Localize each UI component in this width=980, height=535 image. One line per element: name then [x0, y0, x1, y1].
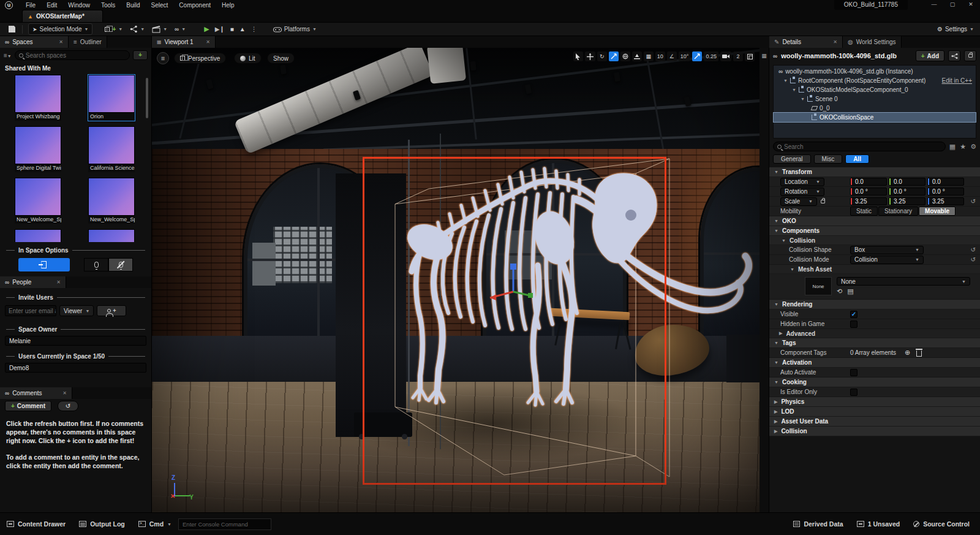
- reset-icon[interactable]: ↺: [971, 256, 976, 263]
- advanced-expander[interactable]: ▶Advanced: [769, 329, 980, 338]
- maximize-viewport-button[interactable]: [745, 51, 755, 61]
- console-command-input[interactable]: Enter Console Command: [178, 518, 271, 530]
- platforms-dropdown[interactable]: Platforms ▼: [270, 23, 320, 35]
- menu-build[interactable]: Build: [121, 2, 145, 9]
- menu-select[interactable]: Select: [146, 2, 174, 9]
- view-mode-dropdown[interactable]: Lit: [234, 53, 262, 64]
- scale-dropdown[interactable]: Scale▼: [780, 197, 817, 206]
- role-dropdown[interactable]: Viewer▼: [59, 305, 94, 316]
- browse-asset-icon[interactable]: ▤: [847, 287, 853, 295]
- category-physics[interactable]: ▶Physics: [769, 397, 980, 407]
- menu-window[interactable]: Window: [62, 2, 96, 9]
- close-icon[interactable]: ✕: [62, 390, 67, 396]
- close-icon[interactable]: ✕: [206, 39, 210, 45]
- menu-edit[interactable]: Edit: [41, 2, 62, 9]
- mesh-asset-dropdown[interactable]: None▼: [837, 277, 970, 286]
- mobility-stationary-button[interactable]: Stationary: [878, 207, 918, 216]
- expander-icon[interactable]: ▼: [801, 97, 805, 101]
- category-cooking[interactable]: ▼Cooking: [769, 378, 980, 387]
- move-tool-button[interactable]: [585, 51, 595, 61]
- tab-outliner[interactable]: ≡ Outliner: [69, 36, 107, 48]
- leave-space-button[interactable]: [18, 258, 70, 271]
- settings-dropdown[interactable]: ⚙ Settings ▼: [937, 26, 974, 32]
- perspective-dropdown[interactable]: Perspective: [174, 53, 226, 64]
- user-row[interactable]: Demo8: [5, 363, 146, 373]
- tab-world-settings[interactable]: ◍ World Settings: [843, 36, 902, 48]
- source-control-button[interactable]: Source Control: [907, 520, 976, 528]
- tab-spaces[interactable]: ∞ Spaces ✕: [0, 36, 69, 48]
- scale-tool-button[interactable]: [609, 51, 619, 61]
- selection-mode-dropdown[interactable]: ➤ Selection Mode ▼: [28, 23, 92, 35]
- collision-shape-dropdown[interactable]: Box▼: [850, 246, 924, 254]
- tree-row-mesh[interactable]: 0_0: [774, 104, 976, 113]
- space-tile[interactable]: [88, 229, 135, 242]
- mobility-movable-button[interactable]: Movable: [919, 207, 956, 216]
- category-asset-user-data[interactable]: ▶Asset User Data: [769, 417, 980, 427]
- show-dropdown[interactable]: Show: [267, 53, 295, 64]
- space-tile[interactable]: [15, 229, 61, 242]
- search-spaces-input[interactable]: Search spaces: [15, 50, 130, 60]
- level-tab[interactable]: ▲ OKOStarterMap*: [22, 10, 103, 22]
- scale-z-field[interactable]: 3.25: [927, 197, 964, 205]
- tab-viewport[interactable]: ▦ Viewport 1 ✕: [152, 36, 216, 48]
- filter-general-button[interactable]: General: [773, 154, 811, 164]
- mobility-static-button[interactable]: Static: [850, 207, 878, 216]
- category-oko[interactable]: ▼OKO: [769, 216, 980, 226]
- close-icon[interactable]: ✕: [56, 279, 61, 285]
- trash-icon[interactable]: [916, 351, 922, 357]
- scale-y-field[interactable]: 3.25: [889, 197, 925, 205]
- play-icon[interactable]: ▶: [204, 25, 209, 33]
- derived-data-button[interactable]: Derived Data: [786, 520, 850, 528]
- location-dropdown[interactable]: Location▼: [780, 178, 824, 186]
- frame-skip-icon[interactable]: ▶❙: [215, 26, 225, 32]
- location-y-field[interactable]: 0.0: [889, 178, 925, 186]
- tree-row-collision-space[interactable]: OKOCollisionSpace: [774, 113, 976, 122]
- category-tags[interactable]: ▼Tags: [769, 338, 980, 348]
- refresh-comments-button[interactable]: ↺: [58, 401, 78, 411]
- stop-icon[interactable]: ■: [230, 26, 234, 32]
- select-tool-button[interactable]: [573, 51, 583, 61]
- blueprints-dropdown[interactable]: ▼: [126, 23, 148, 35]
- rotation-dropdown[interactable]: Rotation▼: [780, 188, 824, 196]
- invite-user-button[interactable]: +: [97, 305, 126, 316]
- filter-misc-button[interactable]: Misc: [814, 154, 843, 164]
- category-components[interactable]: ▼Components: [769, 226, 980, 236]
- scale-snap-button[interactable]: [692, 51, 702, 61]
- tree-row-scene[interactable]: ▼ Scene 0: [774, 94, 976, 104]
- filter-icon[interactable]: ≡▼: [4, 52, 12, 59]
- output-log-button[interactable]: Output Log: [72, 520, 132, 528]
- unsaved-button[interactable]: 1 Unsaved: [850, 520, 907, 528]
- world-coordinate-button[interactable]: [620, 51, 630, 61]
- maximize-button[interactable]: ▢: [943, 0, 962, 10]
- viewport-scene[interactable]: ≡ Perspective Lit Show ↻: [152, 48, 760, 512]
- category-rendering[interactable]: ▼Rendering: [769, 300, 980, 309]
- rotation-x-field[interactable]: 0.0 °: [850, 188, 887, 195]
- filter-all-button[interactable]: All: [845, 154, 869, 164]
- menu-help[interactable]: Help: [216, 2, 240, 9]
- visible-checkbox[interactable]: ✓: [850, 311, 858, 318]
- subcategory-collision[interactable]: ▼Collision: [769, 236, 980, 245]
- minimize-button[interactable]: —: [925, 0, 943, 10]
- surface-snapping-button[interactable]: [632, 51, 642, 61]
- scale-lock-icon[interactable]: [821, 200, 825, 203]
- use-selected-asset-icon[interactable]: ⟲: [837, 287, 842, 295]
- tab-comments[interactable]: ∞ Comments ✕: [0, 387, 72, 399]
- cmd-dropdown[interactable]: Cmd ▼: [132, 520, 178, 528]
- scale-x-field[interactable]: 3.25: [850, 197, 887, 205]
- space-tile-selected[interactable]: Orion: [88, 75, 135, 121]
- edit-in-cpp-link[interactable]: Edit in C++: [942, 77, 976, 84]
- blueprint-hierarchy-button[interactable]: [948, 50, 960, 61]
- tab-details[interactable]: ✎ Details ✕: [769, 36, 843, 48]
- scrollbar[interactable]: [146, 78, 148, 118]
- lock-details-button[interactable]: [964, 50, 976, 61]
- invite-email-input[interactable]: Enter user email ad: [5, 305, 56, 316]
- hidden-in-game-checkbox[interactable]: ✓: [850, 321, 858, 328]
- mic-muted-button[interactable]: [108, 258, 133, 271]
- expander-icon[interactable]: ▼: [792, 88, 796, 92]
- space-tile[interactable]: Sphere Digital Twin: [15, 126, 61, 172]
- location-x-field[interactable]: 0.0: [850, 178, 887, 186]
- content-drawer-button[interactable]: Content Drawer: [0, 520, 72, 528]
- menu-tools[interactable]: Tools: [96, 2, 121, 9]
- reset-icon[interactable]: ↺: [971, 246, 976, 253]
- camera-speed-value[interactable]: 2: [733, 51, 743, 61]
